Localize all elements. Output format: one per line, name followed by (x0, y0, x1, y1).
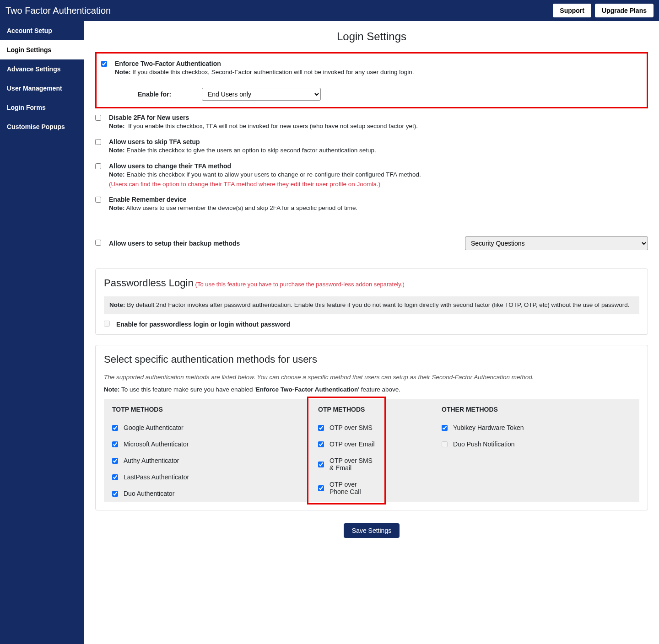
method-microsoft-authenticator-checkbox[interactable] (112, 441, 118, 447)
passwordless-enable-label: Enable for passwordless login or login w… (116, 321, 290, 328)
upgrade-plans-button[interactable]: Upgrade Plans (595, 4, 654, 17)
sidebar-item-login-settings[interactable]: Login Settings (0, 40, 84, 59)
passwordless-addon-warning: (To use this feature you have to purchas… (195, 281, 405, 288)
allow-change-tfa-hint: (Users can find the option to change the… (109, 180, 648, 189)
sidebar-item-user-management[interactable]: User Management (0, 79, 84, 98)
allow-change-tfa-note: Note: Enable this checkbox if you want t… (109, 171, 648, 179)
method-duo-authenticator-checkbox[interactable] (112, 491, 118, 497)
sidebar: Account Setup Login Settings Advance Set… (0, 21, 84, 644)
other-methods-head: OTHER METHODS (433, 399, 639, 419)
method-duo-push: Duo Push Notification (433, 436, 639, 452)
auth-methods-heading: Select specific authentication methods f… (104, 354, 639, 365)
method-otp-sms-email-checkbox[interactable] (318, 462, 324, 467)
passwordless-enable-checkbox (104, 321, 110, 327)
remember-device-checkbox[interactable] (95, 197, 101, 203)
totp-methods-col: TOTP METHODS Google Authenticator Micros… (104, 399, 310, 502)
otp-methods-col: OTP METHODS OTP over SMS OTP over Email … (310, 399, 383, 502)
method-otp-email: OTP over Email (310, 436, 383, 452)
backup-methods-checkbox[interactable] (95, 240, 101, 246)
method-duo-authenticator: Duo Authenticator (104, 485, 310, 502)
support-button[interactable]: Support (553, 4, 591, 17)
save-settings-button[interactable]: Save Settings (344, 523, 400, 538)
page-title: Login Settings (95, 30, 648, 43)
topbar: Two Factor Authentication Support Upgrad… (0, 0, 659, 21)
method-otp-phone-call: OTP over Phone Call (310, 476, 383, 500)
allow-skip-tfa-note: Note: Enable this checkbox to give the u… (109, 146, 648, 155)
sidebar-item-account-setup[interactable]: Account Setup (0, 21, 84, 40)
backup-methods-label: Allow users to setup their backup method… (109, 240, 465, 247)
app-title: Two Factor Authentication (5, 5, 549, 16)
disable-2fa-new-users-checkbox[interactable] (95, 115, 101, 121)
method-yubikey: Yubikey Hardware Token (433, 419, 639, 436)
method-otp-email-checkbox[interactable] (318, 441, 324, 447)
disable-2fa-new-users-note: Note: If you enable this checkbox, TFA w… (109, 122, 648, 131)
enable-for-select[interactable]: End Users only (202, 88, 321, 101)
method-authy-authenticator: Authy Authenticator (104, 452, 310, 469)
method-duo-push-checkbox (442, 441, 448, 447)
enforce-2fa-checkbox[interactable] (101, 61, 107, 67)
totp-methods-head: TOTP METHODS (104, 399, 310, 419)
enable-for-label: Enable for: (101, 91, 202, 98)
allow-skip-tfa-checkbox[interactable] (95, 139, 101, 145)
other-methods-col: OTHER METHODS Yubikey Hardware Token Duo… (383, 399, 639, 502)
auth-methods-panel: Select specific authentication methods f… (95, 345, 648, 510)
method-otp-phone-call-checkbox[interactable] (318, 485, 324, 491)
method-otp-sms: OTP over SMS (310, 419, 383, 436)
passwordless-note: Note: By default 2nd Factor invokes afte… (104, 296, 639, 314)
disable-2fa-new-users-label: Disable 2FA for New users (109, 114, 648, 121)
auth-methods-table: TOTP METHODS Google Authenticator Micros… (104, 399, 639, 502)
auth-methods-desc: The supported authentication methods are… (104, 374, 639, 381)
method-yubikey-checkbox[interactable] (442, 425, 448, 431)
method-authy-authenticator-checkbox[interactable] (112, 458, 118, 464)
passwordless-heading: Passwordless Login (104, 277, 194, 289)
remember-device-label: Enable Remember device (109, 196, 648, 203)
method-otp-sms-email: OTP over SMS & Email (310, 452, 383, 476)
sidebar-item-customise-popups[interactable]: Customise Popups (0, 117, 84, 136)
method-google-authenticator: Google Authenticator (104, 419, 310, 436)
method-lastpass-authenticator: LastPass Authenticator (104, 469, 310, 485)
allow-change-tfa-label: Allow users to change their TFA method (109, 162, 648, 170)
method-microsoft-authenticator: Microsoft Authenticator (104, 436, 310, 452)
otp-methods-head: OTP METHODS (310, 399, 383, 419)
allow-change-tfa-checkbox[interactable] (95, 163, 101, 169)
method-lastpass-authenticator-checkbox[interactable] (112, 474, 118, 480)
main-content: Login Settings Enforce Two-Factor Authen… (84, 21, 659, 644)
enforce-2fa-note: Note: If you disable this checkbox, Seco… (115, 68, 642, 77)
remember-device-note: Note: Allow users to use remember the de… (109, 204, 648, 213)
enforce-2fa-label: Enforce Two-Factor Authentication (115, 60, 642, 67)
auth-methods-note: Note: To use this feature make sure you … (104, 386, 639, 393)
sidebar-item-advance-settings[interactable]: Advance Settings (0, 59, 84, 79)
method-otp-sms-checkbox[interactable] (318, 425, 324, 431)
passwordless-panel: Passwordless Login (To use this feature … (95, 268, 648, 335)
sidebar-item-login-forms[interactable]: Login Forms (0, 98, 84, 117)
enforce-highlight-box: Enforce Two-Factor Authentication Note: … (95, 52, 648, 108)
backup-methods-select[interactable]: Security Questions (465, 236, 648, 250)
method-google-authenticator-checkbox[interactable] (112, 425, 118, 431)
allow-skip-tfa-label: Allow users to skip TFA setup (109, 138, 648, 145)
